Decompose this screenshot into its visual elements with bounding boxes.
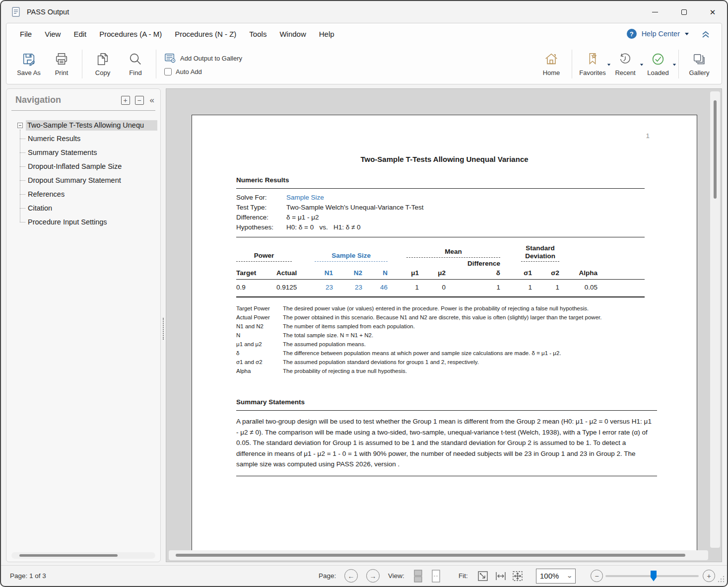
recent-icon: [618, 52, 633, 67]
navigation-tree: Two-Sample T-Tests Allowing Unequ Numeri…: [6, 111, 160, 229]
close-icon: ✕: [710, 8, 716, 16]
toolbar-separator: [678, 50, 679, 78]
footnote-desc: The desired power value (or values) ente…: [283, 304, 630, 313]
copy-button[interactable]: Copy: [86, 52, 119, 76]
favorites-button[interactable]: Favorites: [576, 52, 609, 76]
group-header-row: Power Sample Size MeanDifference Standar…: [236, 244, 645, 268]
col-mu2: μ2: [419, 268, 446, 280]
gallery-button[interactable]: Gallery: [683, 52, 716, 76]
numeric-results-heading: Numeric Results: [236, 176, 657, 184]
column-header-row: Target Actual N1 N2 N μ1 μ2 δ σ1 σ2 Alph…: [236, 268, 645, 280]
cell-mu1: 1: [388, 280, 419, 297]
footnote-term: σ1 and σ2: [236, 358, 283, 367]
search-icon: [128, 52, 143, 67]
col-mu1: μ1: [388, 268, 419, 280]
zoom-slider-thumb[interactable]: [651, 571, 657, 582]
tree-item-references[interactable]: References: [26, 187, 157, 201]
next-page-button[interactable]: →: [366, 569, 380, 583]
footnote-term: Actual Power: [236, 313, 283, 322]
home-icon: [544, 52, 559, 67]
collapse-node-icon[interactable]: [17, 123, 23, 128]
collapse-ribbon-button[interactable]: [701, 29, 711, 39]
scrollbar-thumb[interactable]: [176, 554, 685, 557]
copy-icon: [95, 52, 110, 67]
recent-button[interactable]: Recent: [609, 52, 642, 76]
print-button[interactable]: Print: [45, 52, 78, 76]
rule: [236, 410, 657, 411]
tree-item-dropout-summary-statement[interactable]: Dropout Summary Statement: [26, 173, 157, 187]
main-area: Navigation + − « Two-Sample T-Tests Allo…: [6, 88, 722, 562]
zoom-in-button[interactable]: +: [703, 570, 715, 582]
multi-page-view-icon[interactable]: [413, 569, 424, 584]
tree-item-dropout-inflated-sample-size[interactable]: Dropout-Inflated Sample Size: [26, 159, 157, 173]
splitter-grip: [163, 318, 164, 340]
chevron-down-icon[interactable]: [685, 33, 689, 35]
zoom-slider[interactable]: [605, 575, 699, 577]
loaded-button[interactable]: Loaded: [642, 52, 674, 76]
menu-tools[interactable]: Tools: [243, 27, 273, 41]
hypotheses-value: H0: δ = 0 vs. H1: δ ≠ 0: [286, 223, 657, 231]
collapse-panel-icon[interactable]: «: [150, 95, 153, 105]
gallery-icon: [692, 52, 707, 67]
tree-item-citation[interactable]: Citation: [26, 201, 157, 215]
single-page-view-icon[interactable]: [431, 569, 442, 584]
save-as-button[interactable]: Save As: [12, 52, 45, 76]
footnote-term: N1 and N2: [236, 322, 283, 331]
footnote-desc: The total sample size. N = N1 + N2.: [283, 331, 630, 340]
menu-edit[interactable]: Edit: [67, 27, 93, 41]
menu-file[interactable]: File: [13, 27, 38, 41]
collapse-all-button[interactable]: −: [135, 96, 144, 105]
rule: [236, 237, 645, 237]
zoom-level-select[interactable]: 100% ⌄: [536, 569, 576, 584]
solve-for-value: Sample Size: [286, 194, 657, 201]
auto-add-checkbox[interactable]: [164, 68, 172, 75]
menu-window[interactable]: Window: [273, 27, 312, 41]
fit-page-icon[interactable]: [476, 570, 489, 583]
expand-all-button[interactable]: +: [121, 96, 130, 105]
nav-horizontal-scrollbar[interactable]: [11, 552, 155, 559]
minimize-button[interactable]: [641, 1, 669, 23]
previous-page-button[interactable]: ←: [344, 569, 358, 583]
toolbar-separator: [156, 50, 156, 78]
menu-procedures-n-z[interactable]: Procedures (N - Z): [168, 27, 243, 41]
fit-all-icon[interactable]: [511, 570, 524, 583]
table-footnotes: Target PowerThe desired power value (or …: [236, 304, 657, 375]
table-filler-cell: [597, 280, 645, 297]
tree-root-item[interactable]: Two-Sample T-Tests Allowing Unequ: [17, 119, 157, 132]
std-dev-group-header: Standard Deviation: [521, 244, 559, 262]
ribbon: File View Edit Procedures (A - M) Proced…: [6, 23, 722, 84]
doc-horizontal-scrollbar[interactable]: [169, 550, 708, 560]
menu-procedures-a-m[interactable]: Procedures (A - M): [93, 27, 168, 41]
home-button[interactable]: Home: [535, 52, 568, 76]
toolbar: Save As Print Copy Find: [6, 44, 722, 84]
fit-width-icon[interactable]: [494, 570, 507, 583]
tree-item-numeric-results[interactable]: Numeric Results: [26, 132, 157, 146]
cell-mu2: 0: [419, 280, 446, 297]
footnote-desc: The power obtained in this scenario. Bec…: [283, 313, 630, 322]
close-button[interactable]: ✕: [698, 1, 727, 23]
tree-item-procedure-input-settings[interactable]: Procedure Input Settings: [26, 215, 157, 229]
menu-view[interactable]: View: [38, 27, 67, 41]
footnote-term: μ1 and μ2: [236, 340, 283, 349]
add-output-to-gallery-button[interactable]: Add Output to Gallery: [164, 53, 242, 64]
help-center-button[interactable]: Help Center: [642, 30, 680, 38]
panel-splitter[interactable]: [161, 88, 166, 562]
resize-grip[interactable]: [717, 575, 725, 585]
zoom-out-button[interactable]: −: [591, 570, 603, 582]
tree-root-label: Two-Sample T-Tests Allowing Unequ: [26, 120, 157, 131]
auto-add-row: Auto Add: [164, 68, 242, 75]
page-number: 1: [646, 132, 650, 140]
scrollbar-thumb[interactable]: [19, 554, 118, 557]
doc-vertical-scrollbar[interactable]: [710, 91, 720, 548]
find-button[interactable]: Find: [119, 52, 152, 76]
footnote-term: N: [236, 331, 283, 340]
scrollbar-thumb[interactable]: [714, 100, 717, 199]
page-nav-label: Page:: [319, 572, 336, 580]
maximize-button[interactable]: [669, 1, 698, 23]
col-delta: δ: [446, 268, 500, 280]
info-label: Hypotheses:: [236, 223, 286, 231]
menu-help[interactable]: Help: [313, 27, 341, 41]
tree-item-summary-statements[interactable]: Summary Statements: [26, 146, 157, 159]
chevron-down-icon[interactable]: [673, 64, 676, 66]
cell-n2: 23: [333, 280, 362, 297]
